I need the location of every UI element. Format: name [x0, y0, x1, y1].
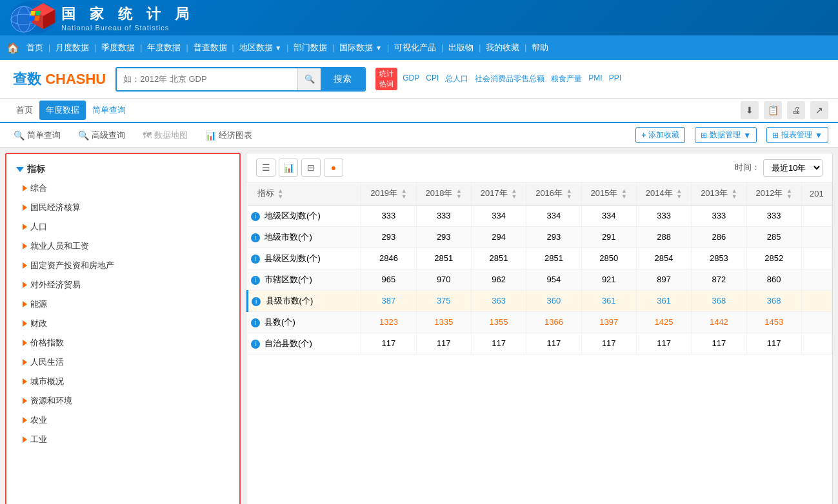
nav-census[interactable]: 普查数据	[188, 42, 232, 53]
nav-favorites[interactable]: 我的收藏	[481, 42, 524, 53]
report-manage-btn[interactable]: ⊞ 报表管理 ▼	[766, 127, 828, 143]
hot-pmi[interactable]: PMI	[588, 73, 602, 84]
nav-annual[interactable]: 年度数据	[142, 42, 186, 53]
advanced-query-btn[interactable]: 🔍 高级查询	[74, 127, 129, 144]
cell-val: 1442	[692, 311, 746, 333]
info-icon[interactable]: i	[251, 340, 260, 349]
hot-ppi[interactable]: PPI	[609, 73, 621, 84]
simple-query-btn[interactable]: 🔍 简单查询	[10, 127, 65, 144]
sidebar-item-industry[interactable]: 工业	[10, 430, 236, 449]
sidebar-item-national-accounts[interactable]: 国民经济核算	[10, 198, 236, 217]
sidebar-item-employment[interactable]: 就业人员和工资	[10, 237, 236, 256]
nav-help[interactable]: 帮助	[526, 42, 554, 53]
table-view-btn[interactable]: ⊟	[301, 159, 321, 177]
sidebar-item-living[interactable]: 人民生活	[10, 353, 236, 372]
sidebar-item-price[interactable]: 价格指数	[10, 333, 236, 353]
copy-icon[interactable]: 📋	[764, 101, 782, 119]
info-icon[interactable]: i	[252, 297, 261, 306]
econ-chart-btn[interactable]: 📊 经济图表	[201, 127, 256, 144]
cell-val: 2851	[526, 247, 581, 269]
chart-view-btn[interactable]: 📊	[279, 159, 298, 177]
list-view-btn[interactable]: ☰	[256, 159, 275, 177]
sidebar-item-energy[interactable]: 能源	[10, 295, 236, 314]
hot-cpi[interactable]: CPI	[426, 73, 439, 84]
cell-val: 333	[692, 205, 746, 226]
breadcrumb-annual[interactable]: 年度数据	[39, 101, 86, 120]
sidebar-item-investment[interactable]: 固定资产投资和房地产	[10, 256, 236, 275]
hot-grain[interactable]: 粮食产量	[551, 73, 582, 84]
sidebar-item-finance[interactable]: 财政	[10, 314, 236, 333]
data-map-icon: 🗺	[143, 130, 152, 141]
logo-area: 国 家 统 计 局 National Bureau of Statistics	[6, 0, 197, 35]
cell-val: 2851	[416, 247, 471, 269]
cell-val: 361	[581, 290, 636, 311]
nav-publications[interactable]: 出版物	[443, 42, 479, 53]
sort-arrows[interactable]: ▲▼	[621, 188, 627, 200]
sidebar-item-agriculture[interactable]: 农业	[10, 411, 236, 430]
nav-bar: 🏠 首页 | 月度数据 | 季度数据 | 年度数据 | 普查数据 | 地区数据 …	[0, 35, 838, 60]
search-input[interactable]	[117, 68, 297, 90]
collapse-icon[interactable]	[16, 167, 24, 172]
nav-monthly[interactable]: 月度数据	[50, 42, 94, 53]
cell-indicator: i 县数(个)	[248, 311, 361, 333]
sidebar-item-population[interactable]: 人口	[10, 217, 236, 237]
breadcrumb-simple-query[interactable]: 简单查询	[86, 101, 132, 120]
sort-arrows[interactable]: ▲▼	[401, 188, 407, 200]
sidebar-item-general[interactable]: 综合	[10, 179, 236, 198]
nav-regional[interactable]: 地区数据 ▼	[234, 42, 287, 53]
pie-view-btn[interactable]: ●	[324, 159, 343, 177]
nav-quarterly[interactable]: 季度数据	[96, 42, 140, 53]
svg-rect-9	[35, 11, 41, 15]
sidebar-item-label: 能源	[30, 298, 47, 310]
sidebar-item-trade[interactable]: 对外经济贸易	[10, 275, 236, 295]
sort-arrows[interactable]: ▲▼	[786, 188, 792, 200]
search-logo: 查数 CHASHU	[13, 70, 106, 89]
sidebar-title-label: 指标	[27, 164, 45, 175]
info-icon[interactable]: i	[251, 212, 260, 221]
download-icon[interactable]: ⬇	[741, 101, 759, 119]
info-icon[interactable]: i	[251, 233, 260, 242]
info-icon[interactable]: i	[251, 255, 260, 264]
cell-val: 117	[636, 333, 691, 354]
sort-arrows[interactable]: ▲▼	[732, 188, 737, 200]
hot-population[interactable]: 总人口	[445, 73, 468, 84]
sidebar-item-label: 人口	[30, 221, 47, 233]
table-row: i 地级区划数(个) 333 333 334 334 334 333 333 3…	[248, 205, 832, 226]
cell-val: 2846	[361, 247, 416, 269]
info-icon[interactable]: i	[251, 276, 260, 285]
col-header-extra: 201	[801, 182, 832, 205]
sort-arrows[interactable]: ▲▼	[676, 188, 682, 200]
share-icon[interactable]: ↗	[810, 101, 828, 119]
nav-home[interactable]: 首页	[21, 42, 48, 53]
report-manage-icon: ⊞	[772, 131, 779, 140]
sort-arrows[interactable]: ▲▼	[277, 188, 283, 200]
main-content: 指标 综合 国民经济核算 人口 就业人员和工资 固定资产投资和房地产	[0, 148, 838, 504]
expand-icon	[23, 436, 27, 443]
search-icon-button[interactable]: 🔍	[297, 68, 321, 90]
hot-retail[interactable]: 社会消费品零售总额	[475, 73, 544, 84]
sort-arrows[interactable]: ▲▼	[511, 188, 517, 200]
cell-val: 293	[361, 226, 416, 247]
time-select[interactable]: 最近10年 最近5年 最近20年 自定义	[763, 159, 823, 177]
add-favorite-btn[interactable]: + 添加收藏	[635, 127, 685, 143]
info-icon[interactable]: i	[251, 318, 260, 327]
home-icon: 🏠	[6, 42, 19, 54]
data-table-wrap: 指标 ▲▼ 2019年 ▲▼ 2018年 ▲▼ 2017年 ▲▼ 2016年 ▲…	[246, 182, 832, 504]
nav-visual[interactable]: 可视化产品	[389, 42, 441, 53]
hot-gdp[interactable]: GDP	[403, 73, 419, 84]
data-manage-btn[interactable]: ⊞ 数据管理 ▼	[695, 127, 757, 143]
nav-department[interactable]: 部门数据	[288, 42, 332, 53]
cell-val: 333	[636, 205, 691, 226]
sort-arrows[interactable]: ▲▼	[456, 188, 462, 200]
nav-international[interactable]: 国际数据 ▼	[334, 42, 387, 53]
breadcrumb-home[interactable]: 首页	[10, 101, 39, 120]
col-header-2014: 2014年 ▲▼	[636, 182, 691, 205]
search-button[interactable]: 搜索	[321, 68, 364, 90]
cell-indicator: i 县级区划数(个)	[248, 247, 361, 269]
print-icon[interactable]: 🖨	[787, 101, 805, 119]
cell-val: 360	[526, 290, 581, 311]
sidebar-item-city[interactable]: 城市概况	[10, 372, 236, 391]
data-map-btn[interactable]: 🗺 数据地图	[139, 127, 192, 144]
sidebar-item-resources[interactable]: 资源和环境	[10, 391, 236, 411]
sort-arrows[interactable]: ▲▼	[566, 188, 572, 200]
